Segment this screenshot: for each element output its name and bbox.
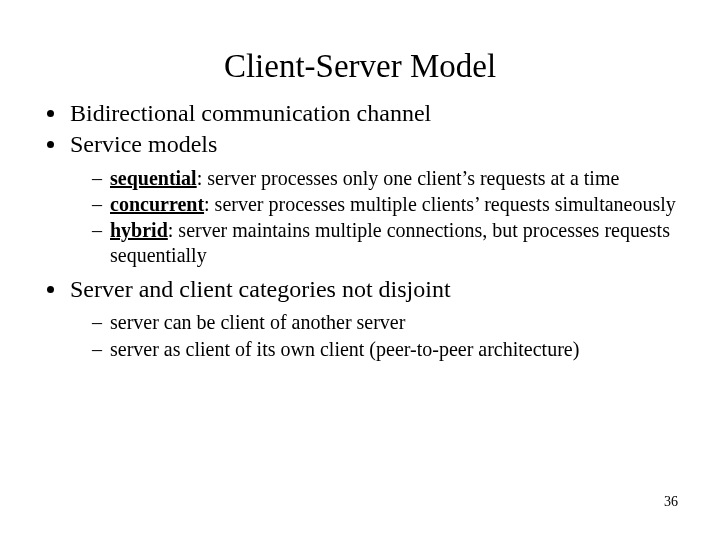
slide-title: Client-Server Model: [0, 0, 720, 99]
sub-bullet-item: hybrid: server maintains multiple connec…: [110, 218, 680, 267]
sub-bullet-item: concurrent: server processes multiple cl…: [110, 192, 680, 216]
bullet-item: Server and client categories not disjoin…: [68, 275, 680, 361]
bullet-item: Service models sequential: server proces…: [68, 130, 680, 267]
term-hybrid: hybrid: [110, 219, 168, 241]
page-number: 36: [664, 494, 678, 510]
bullet-list: Bidirectional communication channel Serv…: [40, 99, 680, 361]
term-sequential: sequential: [110, 167, 197, 189]
term-concurrent: concurrent: [110, 193, 204, 215]
sub-bullet-text: server as client of its own client (peer…: [110, 338, 579, 360]
sub-bullet-list: server can be client of another server s…: [70, 310, 680, 361]
bullet-text: Bidirectional communication channel: [70, 100, 431, 126]
sub-bullet-list: sequential: server processes only one cl…: [70, 166, 680, 268]
sub-bullet-text: : server maintains multiple connections,…: [110, 219, 670, 265]
sub-bullet-text: : server processes multiple clients’ req…: [204, 193, 676, 215]
sub-bullet-text: : server processes only one client’s req…: [197, 167, 620, 189]
sub-bullet-text: server can be client of another server: [110, 311, 405, 333]
sub-bullet-item: server as client of its own client (peer…: [110, 337, 680, 361]
sub-bullet-item: sequential: server processes only one cl…: [110, 166, 680, 190]
slide: Client-Server Model Bidirectional commun…: [0, 0, 720, 540]
bullet-text: Service models: [70, 131, 217, 157]
bullet-item: Bidirectional communication channel: [68, 99, 680, 128]
bullet-text: Server and client categories not disjoin…: [70, 276, 451, 302]
sub-bullet-item: server can be client of another server: [110, 310, 680, 334]
